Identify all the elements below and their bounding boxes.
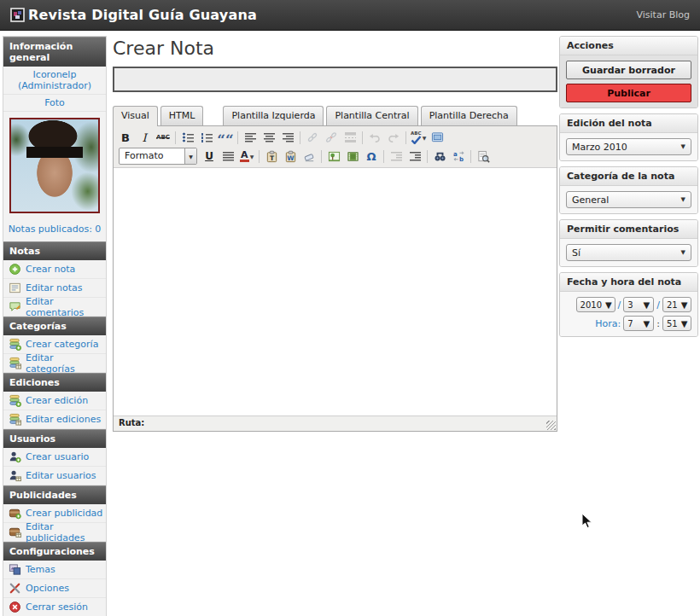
visit-blog-link[interactable]: Visitar Blog	[636, 9, 690, 20]
bullet-list-button[interactable]	[178, 129, 197, 146]
sidebar-item-editar-usuarios[interactable]: Editar usuarios	[3, 467, 106, 485]
edition-select[interactable]: Marzo 2010 ▼	[566, 138, 691, 155]
outdent-button[interactable]	[387, 148, 405, 165]
replace-button[interactable]: ab	[449, 148, 468, 165]
sidebar-username[interactable]: Icoronelp (Administrador)	[3, 67, 106, 95]
chevron-down-icon: ▼	[423, 135, 427, 141]
find-button[interactable]	[430, 148, 449, 165]
page-break-icon	[345, 132, 356, 142]
resize-grip[interactable]	[546, 421, 556, 430]
omega-icon: Ω	[366, 150, 376, 163]
insert-image-button[interactable]	[324, 148, 343, 165]
themes-icon	[9, 563, 21, 576]
hour-select[interactable]: 7▼	[623, 316, 654, 331]
link-button[interactable]	[303, 129, 322, 146]
sidebar-item-editar-ediciones[interactable]: Editar ediciones	[3, 410, 106, 429]
insert-media-button[interactable]	[343, 148, 362, 165]
tab-html[interactable]: HTML	[160, 106, 204, 125]
sidebar-item-label: Editar ediciones	[26, 414, 101, 425]
category-select[interactable]: General ▼	[566, 191, 691, 208]
comments-select-value: Sí	[572, 247, 580, 259]
text-color-icon: A	[240, 151, 249, 162]
text-color-button[interactable]: A ▼	[237, 148, 256, 165]
tab-visual[interactable]: Visual	[113, 106, 158, 126]
svg-text:T: T	[269, 154, 274, 161]
sidebar-item-crear-nota[interactable]: Crear nota	[3, 260, 106, 279]
special-char-button[interactable]: Ω	[362, 148, 381, 165]
sidebar-item-crear-usuario[interactable]: Crear usuario	[3, 448, 106, 467]
sidebar-item-editar-publicidades[interactable]: Editar publicidades	[3, 523, 106, 542]
align-left-button[interactable]	[241, 129, 260, 146]
sidebar-item-label: Crear usuario	[26, 451, 89, 462]
page-title: Crear Nota	[113, 38, 557, 59]
redo-button[interactable]	[384, 129, 403, 146]
outdent-icon	[391, 151, 402, 161]
sidebar-item-cerrar-sesion[interactable]: Cerrar sesión	[3, 598, 106, 616]
sidebar-item-label: Crear edición	[26, 395, 88, 406]
sidebar-item-editar-categorias[interactable]: Editar categorías	[3, 354, 106, 373]
rich-text-editor: B I ABC ““	[113, 125, 557, 432]
chevron-down-icon: ▼	[605, 300, 612, 310]
note-title-input[interactable]	[113, 67, 557, 92]
comments-select[interactable]: Sí ▼	[566, 244, 691, 261]
section-header-usuarios: Usuarios	[3, 429, 106, 448]
ad-add-icon	[9, 507, 21, 520]
undo-button[interactable]	[365, 129, 384, 146]
indent-button[interactable]	[405, 148, 424, 165]
underline-button[interactable]: U	[200, 148, 219, 165]
align-right-button[interactable]	[278, 129, 297, 146]
bullet-list-icon	[183, 132, 194, 142]
tab-plantilla-central[interactable]: Plantilla Central	[326, 106, 417, 125]
fullscreen-button[interactable]	[428, 129, 446, 146]
tab-plantilla-derecha[interactable]: Plantilla Derecha	[421, 106, 517, 125]
unlink-button[interactable]	[322, 129, 341, 146]
publish-button[interactable]: Publicar	[566, 84, 691, 102]
paste-word-icon: W	[284, 150, 297, 163]
italic-button[interactable]: I	[135, 129, 154, 146]
sidebar-item-opciones[interactable]: Opciones	[3, 579, 106, 598]
bold-button[interactable]: B	[116, 129, 135, 146]
strikethrough-button[interactable]: ABC	[154, 129, 172, 146]
section-header-notas: Notas	[3, 241, 106, 260]
remove-format-button[interactable]	[300, 148, 318, 165]
user-edit-icon	[9, 469, 21, 482]
sidebar-main-box: Información general Icoronelp (Administr…	[3, 36, 107, 616]
category-panel: Categoría de la nota General ▼	[559, 166, 698, 214]
sidebar-item-editar-comentarios[interactable]: Editar comentarios	[3, 298, 106, 317]
date-separator: /	[618, 299, 621, 311]
justify-button[interactable]	[219, 148, 237, 165]
sidebar-item-label: Editar usuarios	[26, 470, 96, 481]
insert-media-icon	[347, 150, 359, 163]
spellcheck-button[interactable]: ABC ▼	[409, 129, 428, 146]
minute-select[interactable]: 51▼	[662, 316, 691, 331]
save-draft-button[interactable]: Guardar borrador	[566, 61, 691, 79]
toolbar-separator	[321, 150, 322, 163]
sidebar-item-label: Opciones	[26, 583, 69, 594]
format-select[interactable]: Formato ▼	[119, 148, 197, 165]
sidebar-item-crear-edicion[interactable]: Crear edición	[3, 392, 106, 410]
page-break-button[interactable]	[341, 129, 359, 146]
toolbar-separator	[470, 150, 471, 163]
chevron-down-icon: ▼	[681, 249, 685, 256]
year-select[interactable]: 2010▼	[576, 297, 615, 312]
blockquote-button[interactable]: ““	[216, 129, 235, 146]
paste-text-button[interactable]: T	[262, 148, 281, 165]
align-center-button[interactable]	[260, 129, 278, 146]
sidebar-item-foto[interactable]: Foto	[3, 95, 106, 112]
paste-word-button[interactable]: W	[281, 148, 300, 165]
month-select[interactable]: 3▼	[623, 297, 654, 312]
editor-canvas[interactable]	[114, 168, 557, 416]
category-select-value: General	[572, 195, 609, 206]
sidebar-item-temas[interactable]: Temas	[3, 561, 106, 579]
day-select[interactable]: 21▼	[662, 297, 691, 312]
replace-icon: ab	[452, 150, 465, 163]
logout-icon	[9, 601, 21, 613]
paste-text-icon: T	[265, 150, 278, 163]
chevron-down-icon: ▼	[681, 300, 688, 310]
numbered-list-button[interactable]	[197, 129, 216, 146]
comments-icon	[9, 300, 21, 313]
notes-icon	[9, 282, 21, 294]
indent-icon	[410, 151, 421, 161]
preview-button[interactable]	[474, 148, 493, 165]
tab-plantilla-izquierda[interactable]: Plantilla Izquierda	[223, 106, 324, 125]
